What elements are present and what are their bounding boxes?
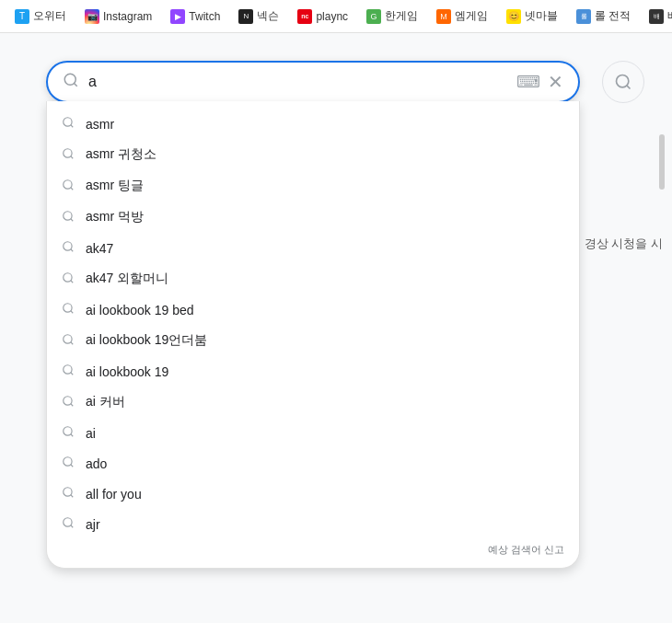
bookmark-nexon[interactable]: N 넥슨 [231,5,286,28]
suggestion-item[interactable]: ai lookbook 19 bed [47,294,579,325]
suggestion-item[interactable]: ai lookbook 19 [47,356,579,386]
suggestion-search-icon [62,363,75,379]
right-search-button[interactable] [602,61,644,103]
svg-line-29 [71,525,74,528]
bookmark-twitch[interactable]: ▶ Twitch [163,6,227,28]
svg-line-27 [71,495,74,498]
svg-line-15 [71,311,74,314]
suggestion-item[interactable]: asmr [47,109,579,139]
suggestion-text: asmr 먹방 [86,209,144,225]
suggestion-search-icon [62,425,75,441]
svg-point-2 [64,118,72,126]
suggestion-search-icon [62,302,75,317]
suggestion-search-icon [62,333,75,349]
svg-point-12 [64,272,72,281]
suggestion-search-icon [62,486,75,502]
suggestions-dropdown: asmr asmr 귀청소 asmr 팅글 asmr 먹방 [46,101,580,569]
svg-point-28 [64,518,72,526]
svg-line-5 [71,156,74,158]
suggestion-search-icon [62,210,75,225]
bookmark-baeg[interactable]: 배 배그전적 [642,5,672,28]
suggestion-text: ak47 [86,241,113,256]
bookmark-label: 롤 전적 [595,8,631,24]
svg-point-20 [64,396,72,404]
suggestion-item[interactable]: ai 커버 [47,386,579,418]
scrollbar[interactable] [659,134,665,190]
svg-line-11 [71,249,74,252]
svg-line-7 [71,187,74,190]
suggestion-text: ai 커버 [86,394,125,410]
svg-point-22 [64,427,72,435]
bookmark-rol[interactable]: 롤 롤 전적 [569,5,638,28]
suggestion-item[interactable]: asmr 귀청소 [47,139,579,170]
bookmark-label: 넥슨 [257,8,279,24]
svg-point-16 [64,334,72,342]
svg-line-9 [71,218,74,221]
svg-point-8 [64,211,72,219]
suggestion-item[interactable]: ado [47,448,579,479]
svg-point-24 [64,457,72,466]
search-input-actions: ⌨ ✕ [516,71,563,93]
footer-report-text: 예상 검색어 신고 [488,544,564,555]
main-area: ⌨ ✕ asmr asmr 귀청소 as [0,33,672,623]
svg-line-13 [71,280,74,283]
svg-line-3 [71,125,74,128]
suggestion-item[interactable]: all for you [47,479,579,509]
suggestion-item[interactable]: ajr [47,509,579,539]
bookmark-label: 배그전적 [667,8,672,24]
bookmark-twitter[interactable]: T 오위터 [7,5,74,28]
suggestion-item[interactable]: ak47 [47,233,579,263]
suggestion-text: ak47 외할머니 [86,271,168,287]
suggestion-item[interactable]: asmr 팅글 [47,170,579,202]
svg-line-21 [71,403,74,406]
suggestion-search-icon [62,456,75,471]
svg-point-30 [617,75,629,87]
suggestion-search-icon [62,395,75,410]
right-side-text: 경상 시청을 시 [585,236,663,252]
svg-line-25 [71,465,74,467]
svg-line-19 [71,373,74,375]
suggestion-text: asmr 귀청소 [86,146,156,163]
suggestion-item[interactable]: ai lookbook 19언더붐 [47,325,579,356]
suggestion-item[interactable]: asmr 먹방 [47,202,579,233]
suggestion-text: ado [86,456,107,471]
svg-line-1 [74,83,76,86]
search-icon-left [63,72,79,92]
svg-point-6 [64,179,72,188]
clear-icon[interactable]: ✕ [548,71,563,93]
search-container: ⌨ ✕ asmr asmr 귀청소 as [46,61,580,569]
suggestion-item[interactable]: ai [47,418,579,448]
bookmark-label: 한게임 [385,8,418,24]
bookmark-instagram[interactable]: 📷 Instagram [77,6,159,28]
suggestion-item[interactable]: ak47 외할머니 [47,263,579,294]
svg-point-4 [64,148,72,156]
bookmark-ongame[interactable]: M 엠게임 [429,5,495,28]
svg-line-31 [627,86,631,89]
dropdown-footer: 예상 검색어 신고 [47,539,579,564]
suggestion-text: ajr [86,517,100,532]
suggestion-text: asmr 팅글 [86,178,144,194]
svg-point-18 [64,365,72,374]
suggestion-search-icon [62,271,75,287]
bookmark-label: 넷마블 [525,8,558,24]
suggestion-text: ai lookbook 19 [86,364,168,379]
bookmarks-bar: T 오위터 📷 Instagram ▶ Twitch N 넥슨 nc playn… [0,0,672,33]
bookmark-label: 오위터 [33,8,66,24]
suggestion-search-icon [62,179,75,194]
suggestion-text: ai [86,426,96,441]
bookmark-netmarble[interactable]: 😊 넷마블 [499,5,565,28]
suggestion-text: asmr [86,117,114,132]
bookmark-nc[interactable]: nc plaync [290,6,355,28]
svg-line-23 [71,434,74,437]
bookmark-hangame[interactable]: G 한게임 [359,5,425,28]
bookmark-label: Instagram [103,10,152,23]
suggestion-text: all for you [86,487,142,502]
svg-line-17 [71,341,74,344]
search-input-wrapper: ⌨ ✕ [46,61,580,103]
suggestion-search-icon [62,147,75,163]
bookmark-label: plaync [316,10,348,23]
suggestion-search-icon [62,516,75,532]
suggestion-text: ai lookbook 19언더붐 [86,332,207,349]
keyboard-icon[interactable]: ⌨ [516,72,540,92]
search-input[interactable] [88,74,516,90]
